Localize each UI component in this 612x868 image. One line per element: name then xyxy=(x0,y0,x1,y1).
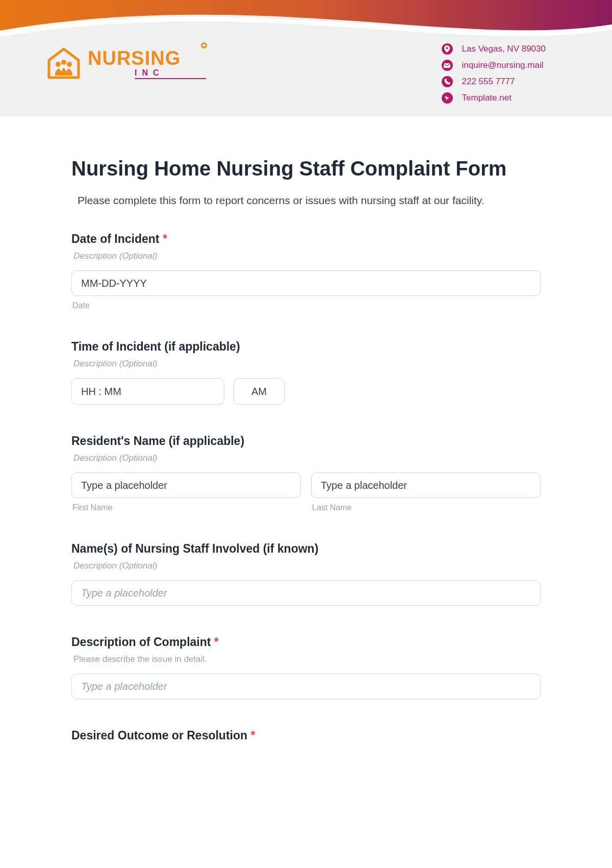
logo: NURSING INC xyxy=(46,46,206,82)
field-description: Description (Optional) xyxy=(71,453,541,463)
contact-address-text: Las Vegas, NV 89030 xyxy=(462,44,546,54)
plus-icon xyxy=(201,42,207,48)
logo-text: NURSING INC xyxy=(88,48,206,79)
logo-house-icon xyxy=(46,46,82,82)
field-description: Description (Optional) xyxy=(71,251,541,261)
svg-point-2 xyxy=(67,62,72,67)
contact-phone-text: 222 555 7777 xyxy=(462,77,515,87)
field-description: Please describe the issue in detail. xyxy=(71,654,541,664)
contact-address: Las Vegas, NV 89030 xyxy=(442,43,546,55)
complaint-description-input[interactable] xyxy=(71,674,541,699)
field-resident-name: Resident's Name (if applicable) Descript… xyxy=(71,434,541,512)
field-description: Description (Optional) xyxy=(71,359,541,369)
ampm-toggle[interactable]: AM xyxy=(234,378,285,405)
field-complaint-description: Description of Complaint * Please descri… xyxy=(71,635,541,699)
svg-point-0 xyxy=(56,62,61,67)
field-desired-outcome: Desired Outcome or Resolution * xyxy=(71,729,541,742)
field-label: Desired Outcome or Resolution * xyxy=(71,729,541,742)
required-asterisk: * xyxy=(163,232,167,245)
required-asterisk: * xyxy=(214,635,219,649)
logo-line1: NURSING xyxy=(88,48,206,68)
time-input[interactable]: HH : MM xyxy=(71,378,224,405)
contact-email: inquire@nursing.mail xyxy=(442,60,546,71)
form-title: Nursing Home Nursing Staff Complaint For… xyxy=(71,157,541,180)
field-description: Description (Optional) xyxy=(71,561,541,571)
last-name-input[interactable] xyxy=(311,473,541,498)
location-icon xyxy=(442,43,453,55)
field-sublabel: Last Name xyxy=(311,503,541,512)
contact-phone: 222 555 7777 xyxy=(442,76,546,87)
phone-icon xyxy=(442,76,453,87)
staff-involved-input[interactable] xyxy=(71,580,541,606)
field-date-of-incident: Date of Incident * Description (Optional… xyxy=(71,232,541,310)
field-label: Date of Incident * xyxy=(71,232,541,246)
first-name-input[interactable] xyxy=(71,473,301,498)
contact-website: Template.net xyxy=(442,92,546,104)
date-input[interactable] xyxy=(71,270,541,296)
field-label: Time of Incident (if applicable) xyxy=(71,340,541,354)
field-label: Name(s) of Nursing Staff Involved (if kn… xyxy=(71,542,541,556)
contact-website-text: Template.net xyxy=(462,93,512,103)
field-sublabel: First Name xyxy=(71,503,301,512)
form-container: Nursing Home Nursing Staff Complaint For… xyxy=(0,116,612,768)
field-label: Resident's Name (if applicable) xyxy=(71,434,541,448)
field-sublabel: Date xyxy=(71,301,541,310)
field-staff-involved: Name(s) of Nursing Staff Involved (if kn… xyxy=(71,542,541,606)
contact-info: Las Vegas, NV 89030 inquire@nursing.mail… xyxy=(442,43,546,109)
logo-line2: INC xyxy=(135,69,206,79)
svg-point-1 xyxy=(61,60,66,65)
required-asterisk: * xyxy=(250,729,255,742)
header-banner: NURSING INC Las Vegas, NV 89030 inquire@… xyxy=(0,0,612,116)
form-intro: Please complete this form to report conc… xyxy=(71,194,541,207)
contact-email-text: inquire@nursing.mail xyxy=(462,60,544,70)
field-label: Description of Complaint * xyxy=(71,635,541,649)
field-time-of-incident: Time of Incident (if applicable) Descrip… xyxy=(71,340,541,405)
email-icon xyxy=(442,60,453,71)
cursor-icon xyxy=(442,92,453,104)
